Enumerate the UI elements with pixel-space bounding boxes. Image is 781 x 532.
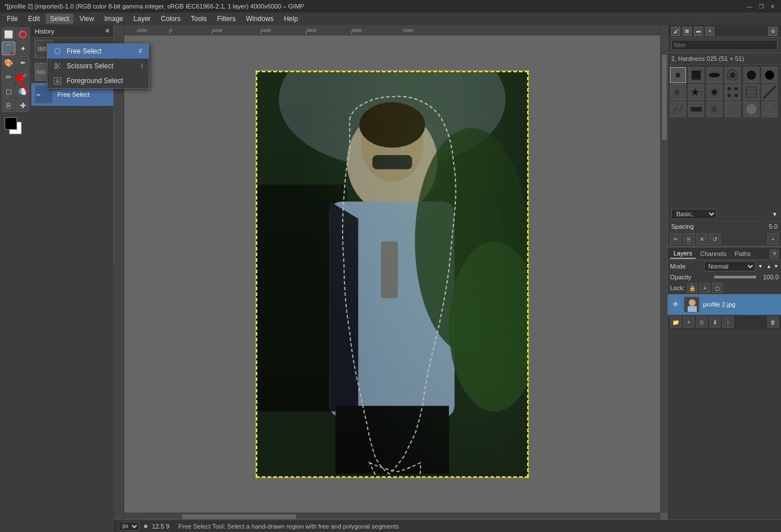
layer-to-image-btn[interactable]: ↕: [722, 316, 734, 328]
unit-select[interactable]: px: [118, 522, 139, 531]
svg-point-51: [712, 90, 717, 94]
brush-item-14[interactable]: [706, 101, 722, 117]
new-layer-btn[interactable]: +: [683, 316, 694, 328]
tab-layers[interactable]: Layers: [670, 249, 696, 259]
heal-tool[interactable]: ✚: [16, 98, 30, 112]
opacity-slider[interactable]: [714, 275, 757, 279]
minimize-button[interactable]: —: [746, 2, 754, 10]
paintbrush-tool[interactable]: 🖌: [16, 70, 30, 84]
history-label-2: Free Select: [57, 91, 89, 98]
brush-circle-sm: [676, 73, 680, 77]
svg-text:2000: 2000: [114, 164, 114, 173]
panel-config-btn[interactable]: ⚙: [768, 27, 778, 36]
layer-mode-select[interactable]: Normal: [704, 261, 755, 271]
brush-delete-btn[interactable]: ✕: [696, 233, 708, 245]
gradient-icon-btn[interactable]: ▬: [694, 27, 703, 36]
layer-arrow-up[interactable]: ▲: [766, 263, 771, 269]
pattern-icon-btn[interactable]: ▦: [683, 27, 692, 36]
brush-edit-pencil-btn[interactable]: ✏: [670, 233, 681, 245]
canvas-wrapper[interactable]: [124, 35, 660, 513]
brush-filter-input[interactable]: [671, 40, 778, 50]
svg-line-59: [764, 86, 775, 98]
ellipse-select-tool[interactable]: ⭕: [16, 27, 30, 41]
menu-select[interactable]: Select: [46, 14, 73, 24]
free-select-tool[interactable]: ⌒ ▶: [2, 42, 15, 55]
layer-arrow-down[interactable]: ▼: [774, 263, 779, 269]
delete-layer-btn[interactable]: 🗑: [767, 316, 779, 328]
brush-item-0[interactable]: [670, 67, 686, 83]
merge-down-btn[interactable]: ⬇: [709, 316, 721, 328]
layer-bottom-bar: 📁 + ⎘ ⬇ ↕ 🗑: [668, 315, 781, 329]
lock-pixels-btn[interactable]: 🔒: [687, 283, 697, 293]
brush-icon-btn[interactable]: 🖌: [671, 27, 680, 36]
menu-help[interactable]: Help: [279, 14, 303, 24]
menu-windows[interactable]: Windows: [241, 14, 278, 24]
pencil-tool[interactable]: ✏: [2, 70, 15, 84]
font-icon-btn[interactable]: A: [705, 27, 714, 36]
lock-alpha-btn[interactable]: ◻: [712, 283, 722, 293]
new-layer-group-btn[interactable]: 📁: [670, 316, 681, 328]
clone-tool[interactable]: ⎘: [2, 98, 15, 112]
ctx-foreground-select[interactable]: Foreground Select: [47, 73, 149, 88]
eraser-tool[interactable]: ◻: [2, 84, 15, 98]
tab-paths[interactable]: Paths: [731, 249, 754, 258]
svg-point-46: [747, 71, 756, 80]
duplicate-layer-btn[interactable]: ⎘: [696, 316, 708, 328]
brush-item-7[interactable]: ★: [688, 84, 704, 100]
layer-visibility-eye[interactable]: 👁: [671, 300, 680, 309]
brush-item-1[interactable]: [688, 67, 704, 83]
brush-item-16[interactable]: [743, 101, 759, 117]
svg-text:★: ★: [672, 86, 681, 98]
brush-item-3[interactable]: [725, 67, 741, 83]
history-panel-close[interactable]: ✕: [105, 27, 110, 35]
brush-item-12[interactable]: [670, 101, 686, 117]
brush-preset-select[interactable]: Basic,: [671, 209, 717, 219]
ctx-free-select[interactable]: Free Select F: [47, 44, 149, 59]
lock-position-btn[interactable]: +: [700, 283, 710, 293]
main-canvas[interactable]: [256, 71, 529, 478]
scrollbar-h-thumb[interactable]: [182, 514, 296, 519]
layer-panel-config-btn[interactable]: ⚙: [770, 249, 779, 258]
brush-item-4[interactable]: [743, 67, 759, 83]
fuzzy-select-tool[interactable]: ✦: [16, 42, 30, 55]
mode-expand-icon[interactable]: ▼: [758, 263, 763, 269]
brush-item-15[interactable]: [725, 101, 741, 117]
paths-tool[interactable]: ✒: [16, 56, 30, 69]
brush-new-btn[interactable]: +: [767, 233, 779, 245]
menu-tools[interactable]: Tools: [186, 14, 211, 24]
preset-expand-icon[interactable]: ▼: [772, 211, 778, 217]
brush-item-2[interactable]: [706, 67, 722, 83]
vertical-scrollbar[interactable]: [660, 25, 667, 513]
tab-channels[interactable]: Channels: [697, 249, 730, 258]
brush-duplicate-btn[interactable]: ⎘: [683, 233, 694, 245]
canvas-area[interactable]: -1000 0 1000 2000 3000 4000 5000 0 1000 …: [114, 25, 667, 519]
maximize-button[interactable]: ❐: [757, 2, 765, 10]
brush-item-11[interactable]: [762, 84, 778, 100]
brush-item-8[interactable]: [706, 84, 722, 100]
horizontal-scrollbar[interactable]: [124, 513, 660, 519]
ctx-scissors-select[interactable]: Scissors Select I: [47, 59, 149, 73]
brush-item-10[interactable]: [743, 84, 759, 100]
menu-filters[interactable]: Filters: [212, 14, 240, 24]
rect-select-tool[interactable]: ⬜: [2, 27, 15, 41]
foreground-color-swatch[interactable]: [5, 117, 17, 130]
brush-item-5[interactable]: [762, 67, 778, 83]
color-select-tool[interactable]: 🎨: [2, 56, 15, 69]
brush-item-17[interactable]: [762, 101, 778, 117]
airbrush-tool[interactable]: 💨: [16, 84, 30, 98]
menu-layer[interactable]: Layer: [129, 14, 155, 24]
brush-item-9[interactable]: [725, 84, 741, 100]
menu-file[interactable]: File: [2, 14, 22, 24]
menu-edit[interactable]: Edit: [23, 14, 44, 24]
brush-item-6[interactable]: ★: [670, 84, 686, 100]
brush-item-13[interactable]: [688, 101, 704, 117]
menu-view[interactable]: View: [75, 14, 98, 24]
svg-text:4000: 4000: [352, 28, 362, 33]
menu-image[interactable]: Image: [100, 14, 128, 24]
svg-rect-66: [688, 306, 697, 312]
scrollbar-v-thumb[interactable]: [662, 55, 667, 140]
close-button[interactable]: ✕: [768, 2, 776, 10]
brush-refresh-btn[interactable]: ↺: [709, 233, 721, 245]
menu-colors[interactable]: Colors: [157, 14, 186, 24]
layer-item-0[interactable]: 👁 profile 2.jpg: [668, 294, 781, 315]
